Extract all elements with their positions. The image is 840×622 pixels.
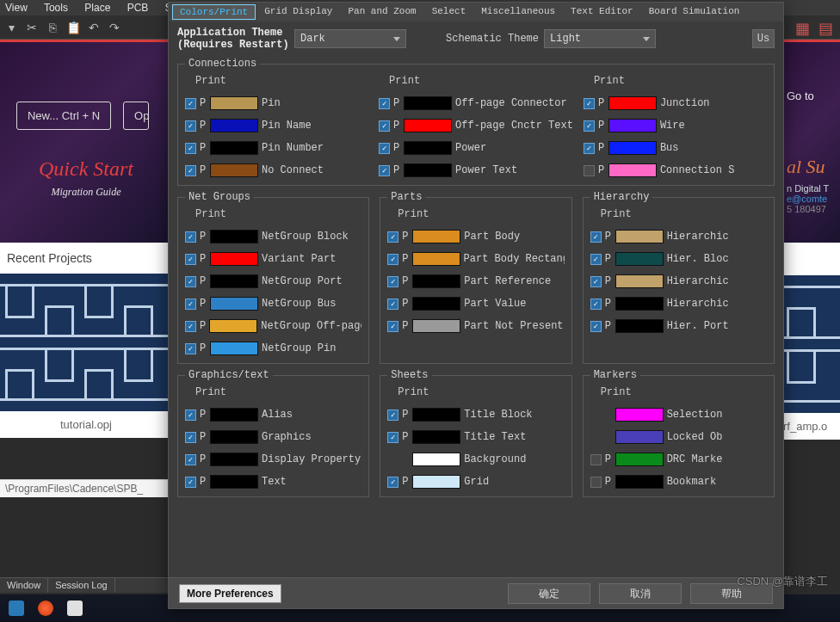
print-checkbox[interactable]: ✓ xyxy=(185,321,196,332)
print-checkbox[interactable]: ✓ xyxy=(584,143,595,154)
print-checkbox[interactable]: ✓ xyxy=(185,343,196,354)
color-swatch[interactable] xyxy=(209,319,257,333)
print-checkbox[interactable]: ✓ xyxy=(185,432,196,443)
print-checkbox[interactable]: ✓ xyxy=(185,231,196,243)
print-checkbox[interactable]: ✓ xyxy=(185,410,196,421)
color-swatch[interactable] xyxy=(615,252,664,266)
paste-icon[interactable]: 📋 xyxy=(65,20,81,35)
color-swatch[interactable] xyxy=(404,141,452,155)
print-checkbox[interactable]: ✓ xyxy=(387,410,398,421)
app-theme-select[interactable]: Dark xyxy=(294,29,406,48)
color-swatch[interactable] xyxy=(210,408,258,422)
print-checkbox[interactable]: ✓ xyxy=(387,477,398,488)
table-icon[interactable]: ▦ xyxy=(795,19,810,38)
color-swatch[interactable] xyxy=(210,163,258,177)
menu-place[interactable]: Place xyxy=(84,2,110,14)
color-swatch[interactable] xyxy=(210,119,258,132)
color-swatch[interactable] xyxy=(404,163,452,177)
color-swatch[interactable] xyxy=(404,119,452,132)
color-swatch[interactable] xyxy=(412,430,460,444)
dropdown-icon[interactable]: ▾ xyxy=(3,20,19,35)
print-checkbox[interactable]: ✓ xyxy=(387,299,398,310)
color-swatch[interactable] xyxy=(210,453,258,466)
print-checkbox[interactable]: ✓ xyxy=(387,432,398,443)
color-swatch[interactable] xyxy=(615,274,664,288)
status-window[interactable]: Window xyxy=(0,578,48,593)
print-checkbox[interactable]: ✓ xyxy=(387,276,398,287)
sheet-icon[interactable]: ▤ xyxy=(818,19,833,38)
color-swatch[interactable] xyxy=(412,453,460,466)
undo-icon[interactable]: ↶ xyxy=(86,20,102,35)
taskbar-app-icon[interactable] xyxy=(9,600,24,616)
tab-grid-display[interactable]: Grid Display xyxy=(257,4,339,20)
color-swatch[interactable] xyxy=(608,141,657,155)
color-swatch[interactable] xyxy=(615,297,664,311)
tab-select[interactable]: Select xyxy=(425,4,473,20)
copy-icon[interactable]: ⎘ xyxy=(45,20,60,35)
print-checkbox[interactable]: ✓ xyxy=(185,98,196,109)
color-swatch[interactable] xyxy=(210,96,258,110)
tutorial-file-label[interactable]: tutorial.opj xyxy=(0,411,172,438)
menu-view[interactable]: View xyxy=(5,2,28,14)
print-checkbox[interactable]: ✓ xyxy=(387,254,398,265)
print-checkbox[interactable]: ✓ xyxy=(590,299,602,310)
print-checkbox[interactable]: ✓ xyxy=(584,120,595,132)
print-checkbox[interactable]: ✓ xyxy=(379,165,390,176)
print-checkbox[interactable]: ✓ xyxy=(387,231,398,243)
color-swatch[interactable] xyxy=(412,230,460,243)
print-checkbox[interactable]: ✓ xyxy=(379,143,390,154)
print-checkbox[interactable]: ✓ xyxy=(185,165,196,176)
color-swatch[interactable] xyxy=(615,230,664,243)
scissors-icon[interactable]: ✂ xyxy=(24,20,40,35)
print-checkbox[interactable]: ✓ xyxy=(185,454,196,465)
print-checkbox[interactable]: ✓ xyxy=(185,120,196,132)
tab-text-editor[interactable]: Text Editor xyxy=(564,4,640,20)
rf-amp-label[interactable]: rf_amp.o xyxy=(781,413,840,440)
goto-label[interactable]: Go to xyxy=(787,89,814,102)
status-session-log[interactable]: Session Log xyxy=(48,578,115,593)
tab-miscellaneous[interactable]: Miscellaneous xyxy=(474,4,562,20)
color-swatch[interactable] xyxy=(210,141,258,155)
print-checkbox[interactable]: ✓ xyxy=(379,98,390,109)
print-checkbox[interactable]: ✓ xyxy=(590,276,602,287)
print-checkbox[interactable]: ✓ xyxy=(185,477,196,488)
tab-colors-print[interactable]: Colors/Print xyxy=(172,4,256,20)
print-checkbox[interactable]: ✓ xyxy=(185,254,196,265)
print-checkbox[interactable]: ✓ xyxy=(387,321,398,332)
color-swatch[interactable] xyxy=(608,163,657,177)
print-checkbox[interactable]: ✓ xyxy=(590,231,602,243)
taskbar-generic-icon[interactable] xyxy=(67,600,83,616)
color-swatch[interactable] xyxy=(210,274,258,288)
color-swatch[interactable] xyxy=(412,274,460,288)
new-project-button[interactable]: New... Ctrl + N xyxy=(16,102,111,130)
color-swatch[interactable] xyxy=(412,408,460,422)
print-checkbox[interactable]: ✓ xyxy=(590,477,602,488)
print-checkbox[interactable]: ✓ xyxy=(590,454,602,465)
ok-button[interactable]: 确定 xyxy=(508,583,590,604)
color-swatch[interactable] xyxy=(615,319,664,333)
print-checkbox[interactable]: ✓ xyxy=(584,98,595,109)
color-swatch[interactable] xyxy=(412,475,460,489)
color-swatch[interactable] xyxy=(412,319,460,333)
color-swatch[interactable] xyxy=(615,408,664,422)
color-swatch[interactable] xyxy=(210,475,258,489)
open-project-button[interactable]: Ope xyxy=(123,102,149,130)
color-swatch[interactable] xyxy=(615,475,664,489)
color-swatch[interactable] xyxy=(210,430,258,444)
color-swatch[interactable] xyxy=(608,96,657,110)
menu-tools[interactable]: Tools xyxy=(44,2,68,14)
menu-pcb[interactable]: PCB xyxy=(127,2,149,14)
color-swatch[interactable] xyxy=(404,96,452,110)
color-swatch[interactable] xyxy=(412,297,460,311)
print-checkbox[interactable]: ✓ xyxy=(584,165,595,176)
print-checkbox[interactable]: ✓ xyxy=(185,299,196,310)
cancel-button[interactable]: 取消 xyxy=(599,583,682,604)
tab-board-simulation[interactable]: Board Simulation xyxy=(642,4,747,20)
color-swatch[interactable] xyxy=(210,342,258,355)
more-preferences-button[interactable]: More Preferences xyxy=(179,584,281,603)
color-swatch[interactable] xyxy=(210,230,258,243)
tab-pan-and-zoom[interactable]: Pan and Zoom xyxy=(341,4,423,20)
color-swatch[interactable] xyxy=(615,430,664,444)
color-swatch[interactable] xyxy=(210,297,258,311)
print-checkbox[interactable]: ✓ xyxy=(185,276,196,287)
